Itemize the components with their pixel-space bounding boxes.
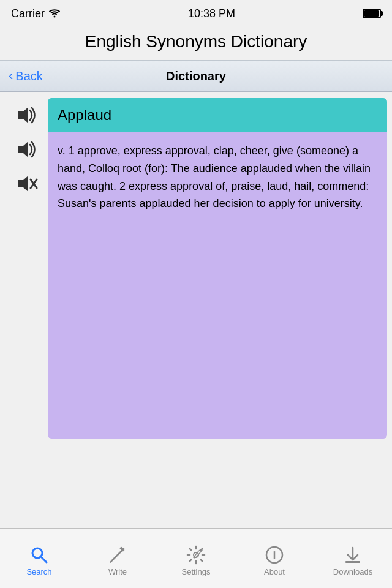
svg-marker-3 (18, 176, 28, 192)
tab-about[interactable]: i About (235, 529, 314, 588)
tab-search[interactable]: Search (0, 529, 78, 588)
word-section: Applaud v. 1 approve, express approval, … (5, 98, 387, 439)
battery-icon (363, 9, 381, 18)
mute-row[interactable] (15, 167, 38, 201)
write-tab-icon (108, 545, 127, 565)
battery-indicator (363, 9, 381, 18)
carrier-text: Carrier (11, 7, 45, 20)
svg-rect-14 (345, 561, 360, 563)
speaker-medium-icon[interactable] (15, 138, 38, 161)
word-header: Applaud (48, 98, 387, 132)
wifi-icon (48, 9, 61, 18)
svg-line-9 (110, 561, 111, 562)
app-title: English Synonyms Dictionary (0, 27, 392, 60)
definition-box: v. 1 approve, express approval, clap, ch… (48, 132, 387, 439)
tab-bar: Search Write Settings i About (0, 528, 392, 588)
write-tab-label: Write (108, 567, 127, 576)
def-speaker-row[interactable] (15, 132, 38, 167)
word-speaker-row[interactable] (15, 98, 38, 132)
content-area: Applaud v. 1 approve, express approval, … (0, 92, 392, 445)
definition-text: v. 1 approve, express approval, clap, ch… (58, 142, 377, 213)
back-button[interactable]: ‹ Back (9, 69, 43, 83)
back-label[interactable]: Back (15, 69, 42, 83)
about-tab-label: About (264, 567, 285, 576)
tab-settings[interactable]: Settings (157, 529, 235, 588)
speaker-on-icon[interactable] (15, 104, 38, 127)
word-label: Applaud (58, 107, 111, 124)
battery-fill (364, 10, 379, 17)
downloads-tab-icon (343, 545, 363, 565)
svg-line-7 (41, 557, 47, 562)
downloads-tab-label: Downloads (333, 567, 372, 576)
about-tab-icon: i (265, 545, 284, 565)
word-definition-panel: Applaud v. 1 approve, express approval, … (48, 98, 387, 439)
icons-column (5, 98, 48, 439)
svg-point-0 (54, 16, 56, 18)
settings-tab-label: Settings (182, 567, 211, 576)
tab-write[interactable]: Write (78, 529, 157, 588)
back-chevron-icon: ‹ (9, 69, 13, 83)
search-tab-icon (29, 545, 49, 565)
svg-marker-1 (18, 107, 28, 123)
search-tab-label: Search (26, 567, 51, 576)
speaker-mute-icon[interactable] (15, 172, 38, 195)
svg-text:i: i (273, 549, 276, 561)
status-time: 10:38 PM (188, 7, 235, 20)
svg-marker-2 (18, 141, 28, 157)
carrier-label: Carrier (11, 7, 61, 20)
settings-tab-icon (186, 545, 206, 565)
nav-bar: ‹ Back Dictionary (0, 60, 392, 92)
tab-downloads[interactable]: Downloads (314, 529, 392, 588)
nav-title: Dictionary (166, 69, 226, 83)
status-bar: Carrier 10:38 PM (0, 0, 392, 27)
